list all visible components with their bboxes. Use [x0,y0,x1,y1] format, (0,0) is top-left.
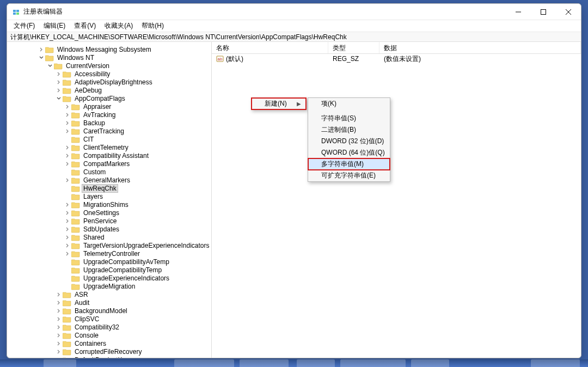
tree-node[interactable]: GeneralMarkers [9,176,211,184]
menu-edit[interactable]: 编辑(E) [39,20,70,32]
tree-node[interactable]: AvTracking [9,111,211,119]
tree-node[interactable]: PenService [9,217,211,225]
titlebar[interactable]: 注册表编辑器 [7,4,581,20]
tree-node[interactable]: ClipSVC [9,315,211,323]
submenu-item-multistring[interactable]: 多字符串值(M) [308,158,390,170]
submenu-item-binary[interactable]: 二进制值(B) [308,124,390,136]
close-button[interactable] [556,4,581,20]
submenu-item-dword[interactable]: DWORD (32 位)值(D) [308,136,390,147]
tree-toggle-icon[interactable] [64,145,71,150]
tree-toggle-icon[interactable] [38,55,45,60]
tree-node[interactable]: TargetVersionUpgradeExperienceIndicators [9,241,211,249]
submenu-item-expandstring[interactable]: 可扩充字符串值(E) [308,170,390,181]
tree-node-label: Windows NT [56,54,95,62]
tree-node[interactable]: Audit [9,298,211,307]
tree-node[interactable]: AppCompatFlags [9,94,211,102]
tree-node[interactable]: Containers [9,339,211,347]
tree-node[interactable]: MigrationShims [9,200,211,209]
tree-node[interactable]: ASR [9,290,211,298]
tree-toggle-icon[interactable] [55,357,63,358]
submenu-item-string[interactable]: 字符串值(S) [308,113,390,124]
addressbar[interactable]: 计算机\HKEY_LOCAL_MACHINE\SOFTWARE\Microsof… [7,32,581,42]
tree-node[interactable]: OneSettings [9,209,211,217]
tree-toggle-icon[interactable] [55,71,63,77]
list-panel[interactable]: 名称 类型 数据 ab(默认)REG_SZ(数值未设置) 新建(N) ▶ 项(K… [212,42,581,358]
tree-node[interactable]: UpgradeCompatibilityTemp [9,266,211,274]
tree-node[interactable]: AdaptiveDisplayBrightness [9,78,211,86]
tree-toggle-icon[interactable] [55,292,63,297]
tree-toggle-icon[interactable] [64,120,71,126]
tree-node[interactable]: Compatibility32 [9,323,211,331]
tree-toggle-icon[interactable] [64,202,71,207]
tree-node[interactable]: CompatMarkers [9,160,211,168]
tree-node[interactable]: SdbUpdates [9,225,211,233]
tree-toggle-icon[interactable] [55,308,63,314]
menu-file[interactable]: 文件(F) [9,20,39,32]
tree-toggle-icon[interactable] [55,349,63,354]
tree-toggle-icon[interactable] [55,341,63,346]
col-type[interactable]: 类型 [328,42,379,53]
menu-favorites[interactable]: 收藏夹(A) [100,20,137,32]
taskbar[interactable] [0,359,588,367]
tree-node[interactable]: Backup [9,119,211,127]
tree-toggle-icon[interactable] [64,129,71,134]
tree-node[interactable]: ClientTelemetry [9,143,211,151]
tree-toggle-icon[interactable] [55,96,63,101]
menu-help[interactable]: 帮助(H) [137,20,168,32]
tree-node[interactable]: BackgroundModel [9,307,211,315]
tree-node[interactable]: AeDebug [9,86,211,94]
tree-node[interactable]: Windows NT [9,53,211,62]
context-new[interactable]: 新建(N) ▶ [252,98,306,109]
tree-toggle-icon[interactable] [64,153,71,158]
tree-toggle-icon[interactable] [64,210,71,216]
tree-toggle-icon[interactable] [64,227,71,232]
tree-node[interactable]: UpgradeExperienceIndicators [9,274,211,282]
tree-toggle-icon[interactable] [55,300,63,305]
tree-node[interactable]: CaretTracking [9,127,211,135]
tree-node[interactable]: TelemetryController [9,249,211,258]
submenu-item-label: 字符串值(S) [321,114,356,123]
tree-toggle-icon[interactable] [38,47,45,52]
app-icon [11,8,20,16]
tree-toggle-icon[interactable] [55,333,63,338]
submenu-item-qword[interactable]: QWORD (64 位)值(Q) [308,147,390,158]
tree-panel[interactable]: Windows Messaging SubsystemWindows NTCur… [7,42,212,358]
tree-toggle-icon[interactable] [64,243,71,248]
tree-toggle-icon[interactable] [64,178,71,183]
value-row[interactable]: ab(默认)REG_SZ(数值未设置) [212,54,581,64]
tree-node[interactable]: Shared [9,233,211,241]
maximize-button[interactable] [531,4,556,20]
tree-node[interactable]: CIT [9,135,211,143]
tree-node[interactable]: Compatibility Assistant [9,151,211,160]
tree-toggle-icon[interactable] [64,104,71,109]
list-header[interactable]: 名称 类型 数据 [212,42,581,54]
tree-toggle-icon[interactable] [55,79,63,85]
tree-node[interactable]: HwReqChk [9,184,211,192]
tree-node[interactable]: Accessibility [9,70,211,78]
col-name[interactable]: 名称 [212,42,328,53]
col-data[interactable]: 数据 [379,42,581,53]
tree-toggle-icon[interactable] [64,251,71,256]
tree-node[interactable]: Windows Messaging Subsystem [9,45,211,53]
menu-view[interactable]: 查看(V) [70,20,100,32]
tree-toggle-icon[interactable] [64,235,71,240]
tree-node[interactable]: Layers [9,192,211,200]
tree-node[interactable]: UpgradeMigration [9,282,211,290]
tree-node[interactable]: DefaultProductKey [9,356,211,358]
tree-toggle-icon[interactable] [55,316,63,322]
tree-toggle-icon[interactable] [46,63,54,69]
tree-node[interactable]: CorruptedFileRecovery [9,347,211,356]
tree-toggle-icon[interactable] [64,161,71,167]
tree-node[interactable]: Custom [9,168,211,176]
tree-node[interactable]: CurrentVersion [9,62,211,70]
tree-toggle-icon[interactable] [64,112,71,118]
tree-toggle-icon[interactable] [55,88,63,93]
tree-toggle-icon[interactable] [64,218,71,224]
tree-toggle-icon[interactable] [55,325,63,330]
tree-node[interactable]: Appraiser [9,102,211,111]
submenu-item-key[interactable]: 项(K) [308,98,390,109]
folder-icon [71,127,80,135]
tree-node[interactable]: UpgradeCompatibilityAvTemp [9,258,211,266]
tree-node[interactable]: Console [9,331,211,339]
minimize-button[interactable] [506,4,531,20]
